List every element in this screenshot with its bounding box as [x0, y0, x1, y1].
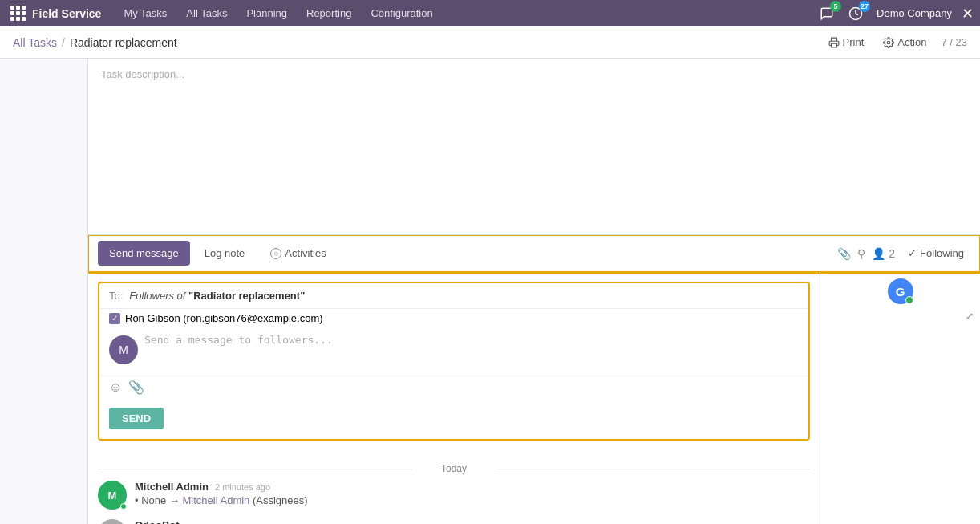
chatter-tabs-bar: Send message Log note ○ Activities 📎 ⚲ 👤…	[88, 235, 980, 272]
following-button[interactable]: ✓ Following	[901, 244, 970, 262]
compose-to-text: Followers of "Radiator replacement"	[129, 290, 305, 302]
chatter-messages: Today M Mitchell Admin 2 minutes ago	[88, 450, 820, 524]
followers-count: 2	[889, 247, 895, 260]
print-button[interactable]: Print	[824, 33, 869, 51]
breadcrumb: All Tasks / Radiator replacement	[13, 36, 177, 49]
message-header: Mitchell Admin 2 minutes ago	[135, 481, 810, 493]
compose-area: To: Followers of "Radiator replacement" …	[98, 282, 810, 441]
page-indicator: 7 / 23	[941, 36, 967, 48]
nav-all-tasks[interactable]: All Tasks	[176, 0, 237, 26]
company-name[interactable]: Demo Company	[877, 7, 952, 19]
topnav-right: 5 27 Demo Company ✕	[816, 2, 974, 25]
app-title: Field Service	[32, 7, 101, 20]
left-panel	[0, 59, 88, 524]
avatar-badge	[905, 296, 913, 304]
online-indicator	[120, 503, 127, 510]
compose-outer: To: Followers of "Radiator replacement" …	[88, 272, 980, 524]
compose-toolbar: ☺ 📎	[99, 376, 808, 401]
svg-rect-1	[831, 43, 836, 47]
send-button[interactable]: SEND	[109, 408, 164, 429]
compose-user-avatar: M	[109, 335, 138, 364]
avatar: M	[98, 481, 127, 510]
task-description-area[interactable]: Task description...	[88, 59, 980, 235]
subheader: All Tasks / Radiator replacement Print A…	[0, 26, 980, 59]
following-label: Following	[920, 247, 964, 259]
table-row: M Mitchell Admin 2 minutes ago •	[98, 481, 810, 510]
followers-icon[interactable]: 👤 2	[872, 247, 895, 260]
compose-main: To: Followers of "Radiator replacement" …	[88, 272, 820, 524]
right-panel: Task description... Send message Log not…	[88, 59, 980, 524]
nav-configuration[interactable]: Configuration	[361, 0, 442, 26]
breadcrumb-separator: /	[62, 36, 65, 49]
message-bullet: •	[135, 494, 139, 506]
message-suffix: (Assignees)	[253, 494, 308, 506]
action-button[interactable]: Action	[878, 33, 931, 51]
compose-to-line: To: Followers of "Radiator replacement"	[99, 283, 808, 309]
filter-icon[interactable]: ⚲	[857, 247, 865, 260]
message-link[interactable]: Mitchell Admin	[183, 494, 250, 506]
attach-icon[interactable]: 📎	[128, 380, 144, 395]
expand-icon[interactable]: ⤢	[966, 311, 974, 322]
right-side-info: G ⤢	[820, 272, 980, 524]
compose-followers-label: Followers of	[129, 290, 185, 302]
breadcrumb-parent[interactable]: All Tasks	[13, 36, 57, 49]
compose-body: M	[99, 327, 808, 372]
main-content: Task description... Send message Log not…	[0, 59, 980, 524]
task-description-placeholder: Task description...	[101, 68, 184, 80]
topnav: Field Service My Tasks All Tasks Plannin…	[0, 0, 980, 26]
follower-checkbox[interactable]: ✓	[109, 313, 120, 324]
messages-badge: 5	[830, 1, 841, 12]
activities-badge: 27	[859, 1, 870, 12]
message-author: Mitchell Admin	[135, 481, 209, 493]
message-arrow: →	[169, 494, 180, 506]
message-body: • None → Mitchell Admin (Assignees)	[135, 494, 810, 506]
print-icon	[828, 37, 840, 48]
chatter-tabs-right: 📎 ⚲ 👤 2 ✓ Following	[837, 244, 970, 262]
messages-icon[interactable]: 5	[816, 2, 838, 25]
top-nav-menu: My Tasks All Tasks Planning Reporting Co…	[114, 0, 816, 26]
nav-my-tasks[interactable]: My Tasks	[114, 0, 176, 26]
attachment-icon[interactable]: 📎	[837, 247, 851, 260]
message-header: OdooBot	[135, 519, 810, 524]
message-time: 2 minutes ago	[215, 482, 270, 492]
svg-point-2	[888, 41, 891, 44]
subheader-actions: Print Action 7 / 23	[824, 33, 967, 51]
send-message-tab[interactable]: Send message	[98, 241, 190, 266]
message-content: Mitchell Admin 2 minutes ago • None → Mi…	[135, 481, 810, 510]
apps-menu-icon[interactable]	[6, 2, 29, 25]
nav-reporting[interactable]: Reporting	[297, 0, 361, 26]
compose-record-name: "Radiator replacement"	[188, 290, 305, 302]
activities-tab-label: Activities	[285, 247, 326, 259]
print-label: Print	[843, 36, 865, 48]
activities-tab[interactable]: ○ Activities	[259, 241, 337, 266]
message-content: OdooBot	[135, 519, 810, 524]
gear-icon	[883, 37, 894, 48]
chatter: Send message Log note ○ Activities 📎 ⚲ 👤…	[88, 235, 980, 524]
today-separator: Today	[98, 463, 810, 474]
google-avatar: G	[888, 278, 913, 304]
action-label: Action	[897, 36, 926, 48]
emoji-icon[interactable]: ☺	[109, 380, 122, 395]
compose-to-label: To:	[109, 290, 123, 302]
activities-circle-icon: ○	[270, 248, 281, 259]
compose-message-input[interactable]	[144, 334, 802, 358]
follower-name: Ron Gibson (ron.gibson76@example.com)	[125, 312, 323, 324]
table-row: O OdooBot	[98, 519, 810, 524]
breadcrumb-current: Radiator replacement	[70, 36, 177, 49]
compose-follower-row: ✓ Ron Gibson (ron.gibson76@example.com)	[99, 309, 808, 327]
message-author: OdooBot	[135, 519, 180, 524]
log-note-tab[interactable]: Log note	[193, 241, 257, 266]
settings-icon[interactable]: ✕	[962, 5, 974, 22]
avatar: O	[98, 519, 127, 524]
activities-icon[interactable]: 27	[844, 2, 867, 25]
checkmark-icon: ✓	[908, 247, 917, 259]
nav-planning[interactable]: Planning	[237, 0, 297, 26]
compose-input-wrapper	[144, 327, 808, 364]
